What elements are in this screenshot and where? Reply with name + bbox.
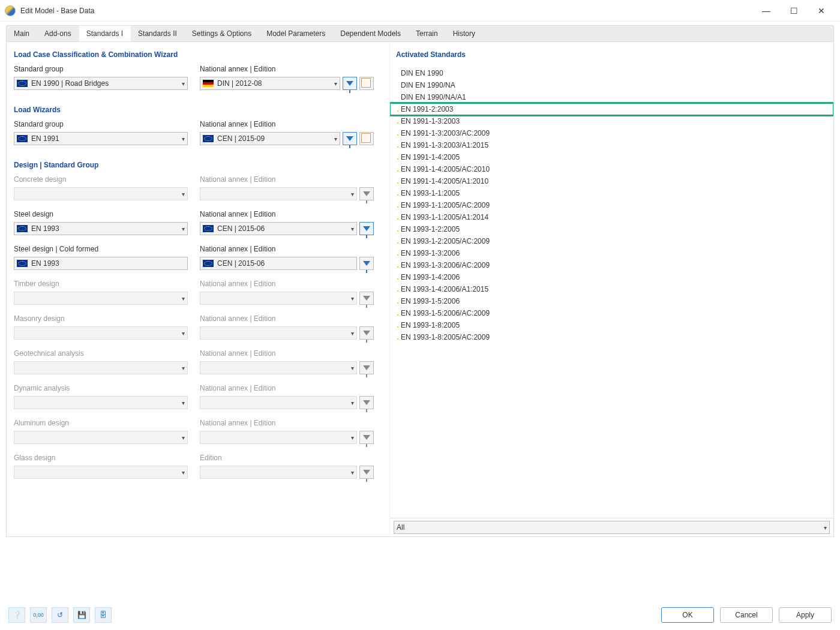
copy-button[interactable] [359,132,374,145]
activated-standard-name: EN 1991-1-4:2005 [401,153,460,161]
lccw-std-value: EN 1990 | Road Bridges [31,79,109,88]
tab-history[interactable]: History [446,26,483,41]
lw-std-dropdown[interactable]: EN 1991 ▾ [14,132,188,145]
activated-standard-item[interactable]: EN 1993-1-1:2005/A1:2014 [390,211,833,223]
design-std-dropdown: ▾ [14,326,188,340]
design-row-label: Aluminum design [14,419,188,427]
design-annex-label: National annex | Edition [200,314,374,323]
funnel-icon [363,470,370,475]
close-button[interactable]: ✕ [808,2,835,20]
activated-standard-item[interactable]: EN 1991-1-4:2005/A1:2010 [390,175,833,187]
design-row-label: Timber design [14,280,188,288]
funnel-icon [363,296,370,301]
activated-standard-item[interactable]: EN 1993-1-8:2005/AC:2009 [390,331,833,343]
cancel-button[interactable]: Cancel [720,607,773,623]
activated-standard-item[interactable]: EN 1991-1-3:2003/A1:2015 [390,139,833,151]
activated-standard-item[interactable]: EN 1993-1-2:2005 [390,223,833,235]
maximize-button[interactable]: ☐ [780,2,808,20]
eu-flag-icon [17,80,28,87]
activated-standard-item[interactable]: EN 1993-1-3:2006 [390,247,833,259]
lccw-std-dropdown[interactable]: EN 1990 | Road Bridges ▾ [14,77,188,90]
activated-standard-name: EN 1991-1-4:2005/AC:2010 [401,165,490,173]
activated-standard-name: EN 1993-1-8:2005 [401,321,460,329]
design-std-value: EN 1993 [31,224,59,233]
design-annex-dropdown: ▾ [200,292,357,305]
chevron-down-icon: ▾ [351,400,354,406]
chevron-down-icon: ▾ [182,434,185,441]
tab-standards-ii[interactable]: Standards II [131,26,185,41]
chevron-down-icon: ▾ [334,136,337,142]
activated-standard-item[interactable]: EN 1993-1-5:2006 [390,295,833,307]
filter-button[interactable] [359,257,374,270]
database-button[interactable]: 🗄 [95,607,112,623]
section-lccw-title: Load Case Classification & Combination W… [14,50,382,59]
design-annex-dropdown: ▾ [200,431,357,444]
tab-terrain[interactable]: Terrain [409,26,446,41]
funnel-icon [346,81,353,86]
funnel-icon [363,331,370,335]
activated-standard-item[interactable]: DIN EN 1990 [390,67,833,79]
chevron-down-icon: ▾ [351,191,354,197]
design-annex-value: CEN | 2015-06 [217,224,265,233]
design-std-dropdown: ▾ [14,361,188,374]
lccw-annex-value: DIN | 2012-08 [217,79,262,88]
funnel-icon [363,226,370,231]
funnel-icon [346,136,353,141]
window-title: Edit Model - Base Data [20,7,94,15]
de-flag-icon [203,80,214,87]
filter-button [359,326,374,340]
design-std-dropdown[interactable]: EN 1993 [14,257,188,270]
filter-button[interactable] [359,222,374,235]
tab-settings-options[interactable]: Settings & Options [185,26,259,41]
help-button[interactable]: ❔ [8,607,25,623]
design-annex-dropdown[interactable]: CEN | 2015-06 [200,257,357,270]
tab-dependent-models[interactable]: Dependent Models [333,26,409,41]
filter-button [359,361,374,374]
filter-button [359,187,374,200]
activated-standard-item[interactable]: EN 1993-1-4:2006/A1:2015 [390,283,833,295]
filter-button [359,466,374,479]
lw-annex-dropdown[interactable]: CEN | 2015-09 ▾ [200,132,340,145]
activated-standard-item[interactable]: EN 1993-1-4:2006 [390,271,833,283]
activated-standard-item[interactable]: EN 1993-1-1:2005 [390,187,833,199]
lccw-annex-dropdown[interactable]: DIN | 2012-08 ▾ [200,77,340,90]
activated-standard-item[interactable]: EN 1991-1-3:2003/AC:2009 [390,127,833,139]
filter-button[interactable] [343,132,357,145]
tab-standards-i[interactable]: Standards I [79,26,131,41]
tab-model-parameters[interactable]: Model Parameters [259,26,333,41]
ok-button[interactable]: OK [661,607,714,623]
ok-label: OK [682,611,692,619]
activated-standard-item[interactable]: EN 1991-1-4:2005/AC:2010 [390,163,833,175]
design-row-label: Masonry design [14,314,188,323]
copy-button[interactable] [359,77,374,90]
design-annex-dropdown[interactable]: CEN | 2015-06▾ [200,222,357,235]
activated-standard-item[interactable]: EN 1991-1-4:2005 [390,151,833,163]
filter-button[interactable] [343,77,357,90]
right-pane: Activated Standards DIN EN 1990DIN EN 19… [389,42,833,536]
tab-add-ons[interactable]: Add-ons [37,26,79,41]
units-button[interactable]: 0,00 [30,607,47,623]
activated-standard-item[interactable]: EN 1991-2:2003 [390,103,833,115]
activated-standard-item[interactable]: EN 1993-1-2:2005/AC:2009 [390,235,833,247]
apply-button[interactable]: Apply [779,607,832,623]
section-design-title: Design | Standard Group [14,161,382,169]
activated-standard-item[interactable]: DIN EN 1990/NA/A1 [390,91,833,103]
activated-standard-item[interactable]: EN 1991-1-3:2003 [390,115,833,127]
design-std-dropdown[interactable]: EN 1993▾ [14,222,188,235]
activated-filter-dropdown[interactable]: All ▾ [394,521,830,534]
activated-standard-item[interactable]: DIN EN 1990/NA [390,79,833,91]
design-row-label: Steel design [14,210,188,218]
activated-standard-item[interactable]: EN 1993-1-5:2006/AC:2009 [390,307,833,319]
design-annex-label: National annex | Edition [200,210,374,218]
activated-standard-item[interactable]: EN 1993-1-1:2005/AC:2009 [390,199,833,211]
lw-annex-label: National annex | Edition [200,120,374,128]
save-template-button[interactable]: 💾 [73,607,90,623]
activated-standard-item[interactable]: EN 1993-1-3:2006/AC:2009 [390,259,833,271]
reset-button[interactable]: ↺ [52,607,68,623]
chevron-down-icon: ▾ [334,80,337,87]
activated-standard-item[interactable]: EN 1993-1-8:2005 [390,319,833,331]
tab-main[interactable]: Main [7,26,37,41]
lw-annex-value: CEN | 2015-09 [217,134,265,143]
minimize-button[interactable]: — [752,2,780,20]
activated-standard-name: EN 1993-1-4:2006/A1:2015 [401,285,488,293]
